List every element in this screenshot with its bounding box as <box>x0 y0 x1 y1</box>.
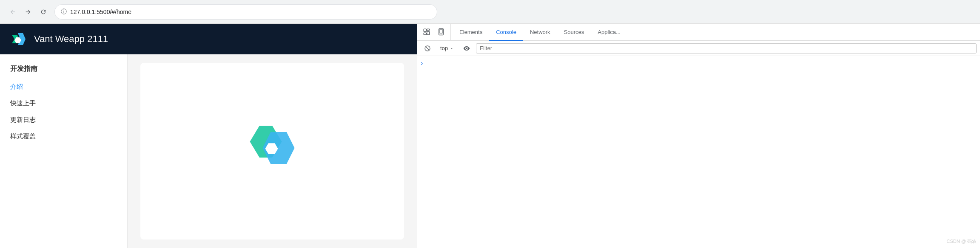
tab-console[interactable]: Console <box>489 24 523 40</box>
svg-rect-6 <box>424 33 426 35</box>
clear-console-button[interactable] <box>421 42 434 55</box>
back-button[interactable] <box>7 6 19 18</box>
main-area: Vant Weapp 2111 开发指南 介绍 快速上手 更新日志 样式覆盖 <box>0 24 980 248</box>
tab-elements[interactable]: Elements <box>453 24 489 40</box>
security-icon: ⓘ <box>61 8 67 16</box>
content-card <box>140 63 404 240</box>
context-selector[interactable]: top <box>437 43 457 53</box>
device-toolbar-button[interactable] <box>434 25 448 39</box>
app-title: Vant Weapp 2111 <box>34 34 108 45</box>
tab-application[interactable]: Applica... <box>591 24 627 40</box>
url-text: 127.0.0.1:5500/#/home <box>70 8 431 15</box>
sidebar-item-style[interactable]: 样式覆盖 <box>0 128 127 145</box>
reload-button[interactable] <box>37 6 49 18</box>
svg-line-11 <box>426 47 429 50</box>
inspect-element-button[interactable] <box>420 25 433 39</box>
sidebar-item-quickstart[interactable]: 快速上手 <box>0 95 127 112</box>
custom-formatters-button[interactable] <box>460 42 473 55</box>
tab-sources[interactable]: Sources <box>557 24 591 40</box>
app-header: Vant Weapp 2111 <box>0 24 417 54</box>
tab-network[interactable]: Network <box>523 24 557 40</box>
sidebar-section-title: 开发指南 <box>0 65 127 79</box>
filter-input[interactable] <box>476 43 977 54</box>
eye-icon <box>463 45 470 52</box>
svg-point-9 <box>441 34 442 35</box>
website-body: 开发指南 介绍 快速上手 更新日志 样式覆盖 <box>0 54 417 248</box>
console-prompt: › <box>421 59 977 67</box>
svg-rect-3 <box>424 29 426 31</box>
browser-chrome: ⓘ 127.0.0.1:5500/#/home <box>0 0 980 24</box>
sidebar: 开发指南 介绍 快速上手 更新日志 样式覆盖 <box>0 54 128 248</box>
page-content <box>128 54 417 248</box>
chevron-down-icon <box>450 46 454 51</box>
console-chevron: › <box>421 59 423 67</box>
app-logo-icon <box>10 31 27 48</box>
sidebar-item-intro[interactable]: 介绍 <box>0 79 127 95</box>
svg-rect-5 <box>427 31 430 35</box>
svg-rect-4 <box>427 29 430 30</box>
watermark: CSDN @ 码农 <box>947 238 977 245</box>
context-label: top <box>440 45 448 51</box>
console-content: › <box>417 56 980 248</box>
devtools-tabs: Elements Console Network Sources Applica… <box>417 24 980 41</box>
forward-button[interactable] <box>22 6 34 18</box>
devtools-panel: Elements Console Network Sources Applica… <box>417 24 980 248</box>
nav-buttons <box>7 6 49 18</box>
address-bar[interactable]: ⓘ 127.0.0.1:5500/#/home <box>54 4 437 20</box>
website-area: Vant Weapp 2111 开发指南 介绍 快速上手 更新日志 样式覆盖 <box>0 24 417 248</box>
vant-logo-large <box>240 119 304 183</box>
sidebar-item-changelog[interactable]: 更新日志 <box>0 112 127 128</box>
svg-rect-8 <box>440 29 442 33</box>
console-toolbar: top <box>417 41 980 56</box>
